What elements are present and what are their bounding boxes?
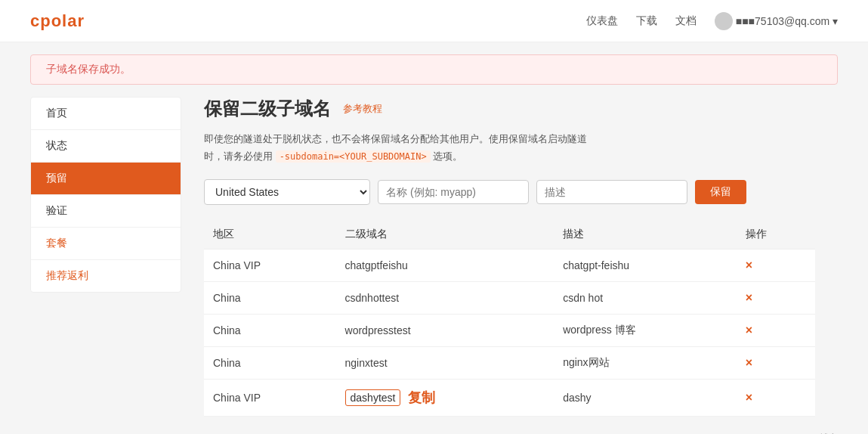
copy-button[interactable]: 复制 [408, 389, 435, 407]
col-subdomain: 二级域名 [336, 220, 554, 250]
subdomain-text: dashytest [345, 389, 401, 406]
cell-description: nginx网站 [554, 346, 737, 379]
data-table: 地区 二级域名 描述 操作 China VIPchatgptfeishuchat… [204, 220, 815, 417]
cell-subdomain: dashytest复制 [336, 379, 554, 416]
desc-text-1: 即使您的隧道处于脱机状态，也不会将保留域名分配给其他用户。使用保留域名启动隧道 [204, 133, 587, 144]
main-content: 保留二级子域名 参考教程 即使您的隧道处于脱机状态，也不会将保留域名分配给其他用… [181, 97, 838, 417]
sidebar-item-referral[interactable]: 推荐返利 [31, 260, 181, 292]
sidebar-item-plan[interactable]: 套餐 [31, 228, 181, 260]
table-row: China VIPdashytest复制dashy× [204, 379, 815, 416]
watermark: @51CTO博客 [0, 424, 868, 434]
table-row: Chinawordpresstestwordpress 博客× [204, 314, 815, 346]
nav-docs[interactable]: 文档 [675, 14, 697, 28]
cell-subdomain: chatgptfeishu [336, 249, 554, 281]
cell-region: China [204, 281, 336, 314]
cell-region: China VIP [204, 379, 336, 416]
page-description: 即使您的隧道处于脱机状态，也不会将保留域名分配给其他用户。使用保留域名启动隧道 … [204, 130, 815, 166]
cell-region: China VIP [204, 249, 336, 281]
table-row: China VIPchatgptfeishuchatgpt-feishu× [204, 249, 815, 281]
save-button[interactable]: 保留 [695, 180, 746, 204]
alert-banner: 子域名保存成功。 [30, 54, 838, 85]
col-action: 操作 [737, 220, 815, 250]
user-label: ■■■75103@qq.com ▾ [736, 15, 838, 27]
delete-button[interactable]: × [746, 391, 752, 405]
page-header: 保留二级子域名 参考教程 [204, 97, 815, 121]
cell-action: × [737, 314, 815, 346]
sidebar-item-verify[interactable]: 验证 [31, 195, 181, 228]
desc-input[interactable] [536, 180, 687, 204]
alert-message: 子域名保存成功。 [46, 63, 131, 75]
cell-description: dashy [554, 379, 737, 416]
col-description: 描述 [554, 220, 737, 250]
sidebar-item-home[interactable]: 首页 [31, 98, 181, 130]
delete-button[interactable]: × [746, 259, 752, 272]
header-nav: 仪表盘 下载 文档 ■■■75103@qq.com ▾ [586, 12, 838, 30]
content-area: 首页 状态 预留 验证 套餐 推荐返利 保留二级子域名 参考教程 即使您的隧道处… [30, 97, 838, 417]
cell-subdomain: csdnhottest [336, 281, 554, 314]
name-input[interactable] [378, 180, 529, 204]
delete-button[interactable]: × [746, 291, 752, 305]
ref-link[interactable]: 参考教程 [343, 102, 382, 116]
region-select[interactable]: United States China China VIP [204, 179, 370, 205]
cell-action: × [737, 379, 815, 416]
col-region: 地区 [204, 220, 336, 250]
cell-subdomain: nginxtest [336, 346, 554, 379]
cell-action: × [737, 281, 815, 314]
header: cpolar 仪表盘 下载 文档 ■■■75103@qq.com ▾ [0, 0, 868, 42]
table-row: Chinacsdnhottestcsdn hot× [204, 281, 815, 314]
user-avatar [715, 12, 733, 30]
highlighted-cell: dashytest复制 [345, 389, 436, 407]
cell-subdomain: wordpresstest [336, 314, 554, 346]
sidebar-item-status[interactable]: 状态 [31, 130, 181, 163]
cell-description: csdn hot [554, 281, 737, 314]
desc-text-2: 时，请务必使用 [204, 150, 273, 162]
delete-button[interactable]: × [746, 356, 752, 370]
cell-description: chatgpt-feishu [554, 249, 737, 281]
table-row: Chinanginxtestnginx网站× [204, 346, 815, 379]
page-title: 保留二级子域名 [204, 97, 331, 121]
sidebar: 首页 状态 预留 验证 套餐 推荐返利 [30, 97, 181, 293]
cell-region: China [204, 346, 336, 379]
user-menu[interactable]: ■■■75103@qq.com ▾ [715, 12, 838, 30]
sidebar-item-reserve[interactable]: 预留 [31, 163, 181, 195]
cell-action: × [737, 249, 815, 281]
form-row: United States China China VIP 保留 [204, 179, 815, 205]
desc-text-3: 选项。 [433, 150, 462, 162]
cell-description: wordpress 博客 [554, 314, 737, 346]
nav-dashboard[interactable]: 仪表盘 [586, 14, 618, 28]
cell-region: China [204, 314, 336, 346]
cell-action: × [737, 346, 815, 379]
desc-code: -subdomain=<YOUR_SUBDOMAIN> [276, 150, 431, 163]
delete-button[interactable]: × [746, 324, 752, 337]
nav-download[interactable]: 下载 [636, 14, 657, 28]
logo: cpolar [30, 11, 85, 31]
